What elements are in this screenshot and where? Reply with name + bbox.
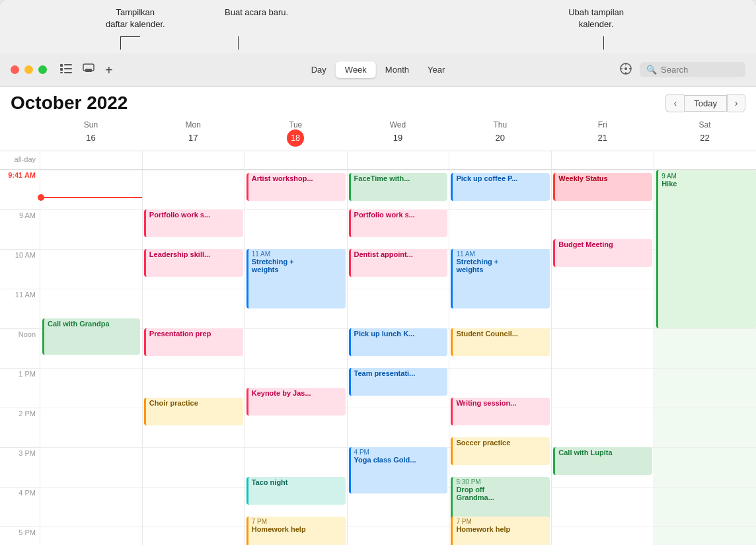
location-icon[interactable] <box>620 63 632 77</box>
annotation-1: Tampilkandaftar kalender. <box>106 7 165 30</box>
maximize-button[interactable] <box>38 65 47 74</box>
col-thu: Pick up coffee P... 11 AM Stretching +we… <box>449 170 551 545</box>
annotation-2: Buat acara baru. <box>225 7 288 18</box>
time-column: 9:41 AM 9 AM 10 AM 11 AM Noon 1 PM 2 PM … <box>0 170 40 545</box>
allday-sat <box>654 151 756 169</box>
allday-wed <box>347 151 449 169</box>
event-soccer[interactable]: Soccer practice <box>451 437 550 465</box>
day-tue: Tue 18 <box>245 116 347 151</box>
svg-point-9 <box>624 67 627 70</box>
allday-fri <box>551 151 654 169</box>
event-homework-thu[interactable]: 7 PM Homework help <box>451 517 550 545</box>
time-3pm: 3 PM <box>0 447 40 487</box>
event-homework-tue[interactable]: 7 PM Homework help <box>246 517 346 545</box>
day-mon: Mon 17 <box>142 116 245 151</box>
tab-week[interactable]: Week <box>336 61 376 78</box>
time-noon: Noon <box>0 328 40 368</box>
event-dentist[interactable]: Dentist appoint... <box>349 249 448 277</box>
prev-week-button[interactable]: ‹ <box>665 94 684 112</box>
svg-rect-0 <box>60 64 63 67</box>
current-time-line <box>40 197 142 198</box>
col-mon: Portfolio work s... Leadership skill... … <box>142 170 245 545</box>
day-fri: Fri 21 <box>551 116 654 151</box>
event-student-council[interactable]: Student Council... <box>451 328 550 356</box>
event-weekly-status[interactable]: Weekly Status <box>553 173 652 201</box>
search-icon: 🔍 <box>646 65 657 75</box>
event-choir[interactable]: Choir practice <box>144 398 243 425</box>
event-call-grandpa[interactable]: Call with Grandpa <box>42 318 140 355</box>
toolbar-right: 🔍 <box>620 62 745 77</box>
event-writing-session[interactable]: Writing session... <box>451 398 550 425</box>
event-artist-workshop[interactable]: Artist workshop... <box>246 173 346 201</box>
next-week-button[interactable]: › <box>727 94 745 112</box>
event-stretching-tue[interactable]: 11 AM Stretching +weights <box>246 249 346 309</box>
event-facetime[interactable]: FaceTime with... <box>349 173 448 201</box>
svg-rect-2 <box>60 68 63 71</box>
calendar-header: October 2022 ‹ Today › <box>0 87 756 116</box>
event-call-lupita[interactable]: Call with Lupita <box>553 447 652 475</box>
time-2pm: 2 PM <box>0 408 40 447</box>
event-portfolio-mon[interactable]: Portfolio work s... <box>144 209 243 237</box>
event-leadership[interactable]: Leadership skill... <box>144 249 243 277</box>
event-budget-meeting[interactable]: Budget Meeting <box>553 239 652 267</box>
calendar-grid: 9:41 AM 9 AM 10 AM 11 AM Noon 1 PM 2 PM … <box>0 170 756 545</box>
tab-year[interactable]: Year <box>418 61 454 78</box>
svg-rect-5 <box>64 72 72 73</box>
allday-label: all-day <box>0 151 40 169</box>
event-hike[interactable]: 9 AM Hike <box>656 170 756 328</box>
titlebar: + Day Week Month Year 🔍 <box>0 53 756 87</box>
col-sun: Call with Grandpa <box>40 170 142 545</box>
event-portfolio-wed[interactable]: Portfolio work s... <box>349 209 448 237</box>
today-button[interactable]: Today <box>684 95 727 112</box>
svg-rect-7 <box>85 69 92 72</box>
time-1pm: 1 PM <box>0 368 40 408</box>
event-team-presentation[interactable]: Team presentati... <box>349 368 448 396</box>
time-9am: 9 AM <box>0 209 40 249</box>
allday-thu <box>449 151 551 169</box>
minimize-button[interactable] <box>24 65 33 74</box>
time-5pm: 5 PM <box>0 527 40 545</box>
days-header: Sun 16 Mon 17 Tue 18 Wed 19 Thu 20 Fri 2… <box>0 116 756 151</box>
calendar-list-icon[interactable] <box>60 63 72 77</box>
event-pickup-lunch[interactable]: Pick up lunch K... <box>349 328 448 356</box>
event-presentation-prep[interactable]: Presentation prep <box>144 328 243 356</box>
event-keynote[interactable]: Keynote by Jas... <box>246 388 346 416</box>
day-wed: Wed 19 <box>347 116 449 151</box>
event-stretching-thu[interactable]: 11 AM Stretching +weights <box>451 249 550 309</box>
traffic-lights <box>11 65 47 74</box>
allday-row: all-day <box>0 151 756 170</box>
calendar-window: Tampilkandaftar kalender. Buat acara bar… <box>0 0 756 545</box>
navigation-arrows: ‹ Today › <box>665 94 745 112</box>
time-941: 9:41 AM <box>0 170 40 209</box>
tab-month[interactable]: Month <box>376 61 418 78</box>
annotation-3: Ubah tampilankalender. <box>568 7 624 30</box>
allday-corner <box>0 116 40 151</box>
svg-rect-4 <box>60 72 63 73</box>
allday-mon <box>142 151 245 169</box>
event-pickup-coffee[interactable]: Pick up coffee P... <box>451 173 550 201</box>
col-wed: FaceTime with... Portfolio work s... Den… <box>347 170 449 545</box>
svg-rect-3 <box>64 68 72 69</box>
add-event-button[interactable]: + <box>105 63 113 77</box>
toolbar-icons: + <box>60 63 113 77</box>
col-sat: 9 AM Hike <box>654 170 756 545</box>
allday-tue <box>245 151 347 169</box>
day-sun: Sun 16 <box>40 116 142 151</box>
time-11am: 11 AM <box>0 289 40 328</box>
search-box[interactable]: 🔍 <box>640 62 745 77</box>
close-button[interactable] <box>11 65 19 74</box>
inbox-icon[interactable] <box>83 63 94 77</box>
col-tue: Artist workshop... 11 AM Stretching +wei… <box>245 170 347 545</box>
tab-day[interactable]: Day <box>302 61 336 78</box>
event-taco-night[interactable]: Taco night <box>246 477 346 505</box>
time-10am: 10 AM <box>0 249 40 289</box>
allday-sun <box>40 151 142 169</box>
day-sat: Sat 22 <box>654 116 756 151</box>
col-fri: Weekly Status Budget Meeting Call with L… <box>551 170 654 545</box>
svg-rect-1 <box>64 64 72 65</box>
time-4pm: 4 PM <box>0 487 40 527</box>
day-thu: Thu 20 <box>449 116 551 151</box>
event-yoga[interactable]: 4 PM Yoga class Gold... <box>349 447 448 493</box>
search-input[interactable] <box>661 65 739 75</box>
calendar-title: October 2022 <box>11 92 665 114</box>
